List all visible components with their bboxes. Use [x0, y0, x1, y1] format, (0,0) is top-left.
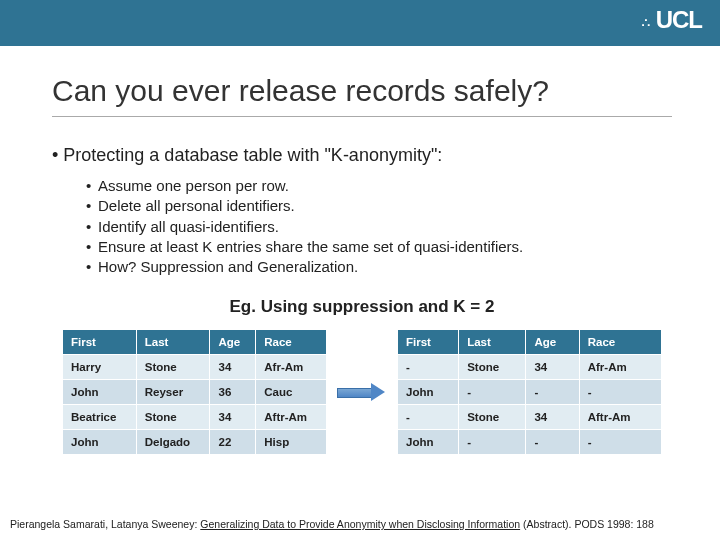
- list-item: Assume one person per row.: [86, 176, 672, 196]
- citation-authors: Pierangela Samarati, Latanya Sweeney:: [10, 518, 200, 530]
- citation: Pierangela Samarati, Latanya Sweeney: Ge…: [10, 518, 710, 530]
- th: Age: [526, 330, 579, 355]
- th: Last: [136, 330, 210, 355]
- logo-text: UCL: [656, 6, 702, 34]
- table-row: John Reyser 36 Cauc: [63, 380, 327, 405]
- table-row: Beatrice Stone 34 Aftr-Am: [63, 405, 327, 430]
- list-item: How? Suppression and Generalization.: [86, 257, 672, 277]
- citation-venue: (Abstract). PODS 1998: 188: [520, 518, 654, 530]
- th: Last: [459, 330, 526, 355]
- portico-icon: ⛬: [639, 14, 652, 30]
- table-row: - Stone 34 Aftr-Am: [398, 405, 662, 430]
- table-row: John Delgado 22 Hisp: [63, 430, 327, 455]
- th: Race: [579, 330, 661, 355]
- arrow-icon: [337, 385, 387, 399]
- table-row: - Stone 34 Afr-Am: [398, 355, 662, 380]
- th: Age: [210, 330, 256, 355]
- ucl-logo: ⛬ UCL: [639, 6, 702, 34]
- main-bullet: • Protecting a database table with "K-an…: [52, 145, 672, 166]
- table-row: Harry Stone 34 Afr-Am: [63, 355, 327, 380]
- slide-body: Can you ever release records safely? • P…: [0, 46, 720, 455]
- list-item: Identify all quasi-identifiers.: [86, 217, 672, 237]
- sub-bullet-list: Assume one person per row. Delete all pe…: [86, 176, 672, 277]
- citation-title: Generalizing Data to Provide Anonymity w…: [200, 518, 520, 530]
- slide-title: Can you ever release records safely?: [52, 74, 672, 117]
- th: First: [63, 330, 137, 355]
- main-bullet-text: Protecting a database table with "K-anon…: [63, 145, 442, 165]
- table-row: John - - -: [398, 380, 662, 405]
- table-row: John - - -: [398, 430, 662, 455]
- th: Race: [256, 330, 327, 355]
- list-item: Delete all personal identifiers.: [86, 196, 672, 216]
- example-caption: Eg. Using suppression and K = 2: [52, 297, 672, 317]
- th: First: [398, 330, 459, 355]
- table-right: First Last Age Race - Stone 34 Afr-Am Jo…: [397, 329, 662, 455]
- tables-row: First Last Age Race Harry Stone 34 Afr-A…: [52, 329, 672, 455]
- header-bar: ⛬ UCL: [0, 0, 720, 46]
- table-left: First Last Age Race Harry Stone 34 Afr-A…: [62, 329, 327, 455]
- list-item: Ensure at least K entries share the same…: [86, 237, 672, 257]
